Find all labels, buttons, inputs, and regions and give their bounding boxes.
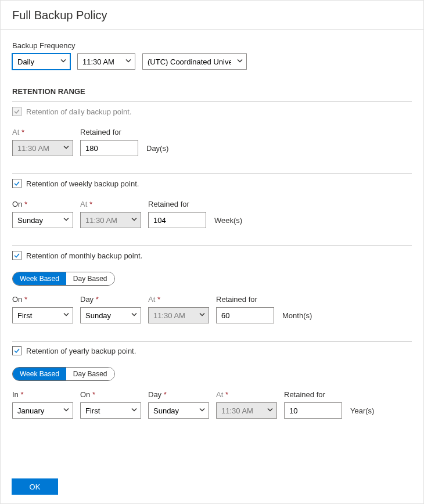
yearly-unit: Year(s) [350, 406, 374, 419]
monthly-at-select: 11:30 AM [148, 307, 209, 323]
weekly-retained-label: Retained for [148, 200, 206, 208]
yearly-day-label: Day [148, 390, 209, 399]
yearly-in-label: In [12, 390, 73, 399]
yearly-check-row: Retention of yearly backup point. [12, 341, 412, 360]
weekly-on-select[interactable]: Sunday [12, 212, 73, 228]
yearly-label: Retention of yearly backup point. [26, 347, 136, 355]
yearly-day-select[interactable]: Sunday [148, 402, 209, 419]
monthly-day-label: Day [80, 295, 141, 304]
yearly-at-label: At [216, 390, 277, 399]
weekly-check-row: Retention of weekly backup point. [12, 174, 412, 193]
monthly-day-based-pill[interactable]: Day Based [66, 272, 114, 285]
weekly-checkbox[interactable] [12, 179, 21, 188]
monthly-check-row: Retention of monthly backup point. [12, 246, 412, 265]
weekly-retained-input[interactable] [148, 212, 206, 228]
weekly-on-label: On [12, 200, 73, 208]
yearly-at-select: 11:30 AM [216, 402, 277, 419]
daily-at-label: At [12, 128, 73, 136]
retention-heading: RETENTION RANGE [12, 87, 412, 96]
yearly-checkbox[interactable] [12, 346, 21, 355]
yearly-retained-label: Retained for [284, 390, 342, 399]
frequency-time-select[interactable]: 11:30 AM [77, 53, 135, 70]
yearly-in-select[interactable]: January [12, 402, 73, 419]
yearly-week-based-pill[interactable]: Week Based [13, 368, 66, 380]
ok-button[interactable]: OK [12, 478, 58, 495]
daily-label: Retention of daily backup point. [26, 107, 131, 116]
frequency-row: Daily 11:30 AM (UTC) Coordinated Univer.… [12, 53, 412, 70]
weekly-unit: Week(s) [214, 216, 242, 228]
daily-section: At 11:30 AM Retained for Day(s) [12, 121, 412, 174]
monthly-pill-group: Week Based Day Based [12, 272, 115, 286]
frequency-period-select[interactable]: Daily [12, 53, 70, 70]
yearly-on-label: On [80, 390, 141, 399]
yearly-pill-group: Week Based Day Based [12, 367, 115, 381]
weekly-section: On Sunday At 11:30 AM Retained for Week(… [12, 193, 412, 246]
weekly-at-label: At [80, 200, 141, 208]
monthly-at-label: At [148, 295, 209, 304]
yearly-retained-input[interactable] [284, 402, 342, 419]
page-title: Full Backup Policy [12, 9, 412, 22]
monthly-label: Retention of monthly backup point. [26, 251, 142, 260]
monthly-week-based-pill[interactable]: Week Based [13, 272, 66, 285]
weekly-at-select: 11:30 AM [80, 212, 141, 228]
frequency-label: Backup Frequency [12, 41, 412, 50]
monthly-section: Week Based Day Based On First Day Sunday… [12, 265, 412, 341]
weekly-label: Retention of weekly backup point. [26, 179, 139, 188]
yearly-on-select[interactable]: First [80, 402, 141, 419]
monthly-retained-label: Retained for [216, 295, 274, 304]
monthly-checkbox[interactable] [12, 251, 21, 260]
yearly-section: Week Based Day Based In January On First… [12, 360, 412, 436]
frequency-timezone-select[interactable]: (UTC) Coordinated Univer... [142, 53, 247, 70]
monthly-on-label: On [12, 295, 73, 304]
footer: OK [12, 478, 58, 495]
monthly-retained-input[interactable] [216, 307, 274, 323]
daily-check-row: Retention of daily backup point. [12, 102, 412, 121]
daily-retained-label: Retained for [80, 128, 138, 136]
content: Backup Frequency Daily 11:30 AM (UTC) Co… [1, 30, 423, 448]
monthly-unit: Month(s) [282, 311, 312, 323]
monthly-on-select[interactable]: First [12, 307, 73, 323]
daily-unit: Day(s) [146, 144, 168, 156]
yearly-day-based-pill[interactable]: Day Based [66, 368, 114, 380]
daily-at-select: 11:30 AM [12, 140, 73, 156]
daily-retained-input[interactable] [80, 140, 138, 156]
monthly-day-select[interactable]: Sunday [80, 307, 141, 323]
header: Full Backup Policy [1, 1, 423, 30]
daily-checkbox [12, 107, 21, 116]
